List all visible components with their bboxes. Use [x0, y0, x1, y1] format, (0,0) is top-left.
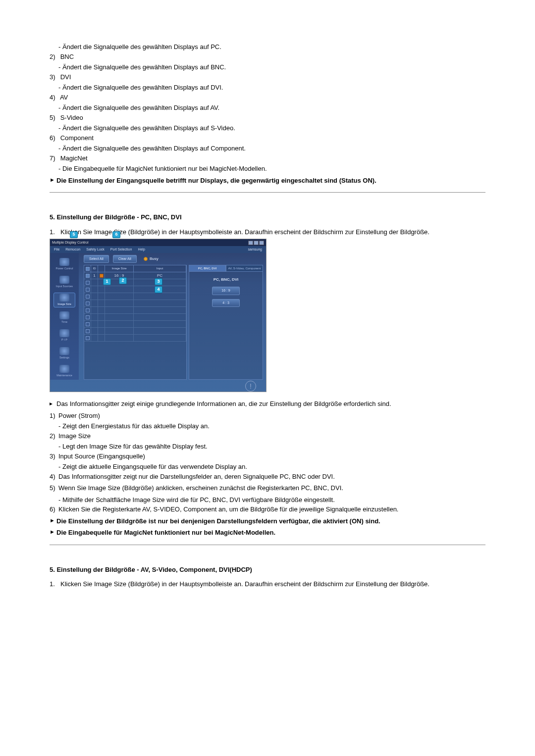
list-label: Das Informationsgitter zeigt nur die Dar… [58, 472, 485, 482]
magicnet-note: ► Die Eingabequelle für MagicNet funktio… [50, 528, 485, 538]
list-sub: - Ändert die Signalquelle des gewählten … [50, 144, 485, 153]
close-icon[interactable] [259, 241, 264, 245]
table-row[interactable]: 1 16 : 9 PC [84, 272, 186, 279]
checkbox-icon[interactable] [86, 267, 90, 271]
list-label: BNC [60, 53, 74, 60]
checkbox-icon[interactable] [86, 315, 90, 319]
list-number: 7) [50, 153, 58, 163]
arrow-icon: ▸ [50, 399, 56, 408]
grid-header: ID Image Size Input [84, 265, 186, 272]
toolbar: Select All Clear All Busy [79, 253, 266, 265]
list-label: Wenn Sie Image Size (Bildgröße) anklicke… [58, 483, 485, 493]
sidebar-item-pip[interactable]: P I P [54, 328, 75, 343]
note-text: Die Einstellung der Bildgröße ist nur be… [56, 516, 485, 526]
info-icon[interactable]: ! [245, 381, 256, 392]
wrench-icon [59, 365, 69, 373]
intro-text: Klicken Sie Image Size (Bildgröße) in de… [60, 227, 485, 237]
window-titlebar: Multiple Display Control [50, 239, 266, 246]
sidebar-item-input[interactable]: Input Sources [54, 275, 75, 290]
busy-indicator: Busy [144, 256, 159, 262]
list-sub: - Mithilfe der Schaltfläche Image Size w… [50, 495, 485, 505]
status-on-note: ► Die Einstellung der Eingangsquelle bet… [50, 176, 485, 186]
maximize-icon[interactable] [254, 241, 259, 245]
imagesize-icon [59, 294, 69, 302]
ratio-16-9-button[interactable]: 16 : 9 [212, 287, 240, 295]
bottom-bar: ! [50, 380, 266, 393]
note-text: Das Informationsgitter zeigt einige grun… [56, 399, 485, 409]
divider [50, 192, 485, 193]
menu-safetylock[interactable]: Safety Lock [86, 247, 105, 252]
checkbox-icon[interactable] [86, 329, 90, 333]
list-number: 4) [50, 93, 58, 102]
sidebar-item-settings[interactable]: Settings [54, 346, 75, 361]
clear-all-button[interactable]: Clear All [113, 255, 137, 263]
tab-av-svideo-component[interactable]: AV, S-Video, Component [226, 265, 263, 272]
menu-help[interactable]: Help [138, 247, 145, 252]
list-label: Power (Strom) [58, 412, 100, 419]
tab-pc-bnc-dvi[interactable]: PC, BNC, DVI [189, 265, 226, 272]
checkbox-icon[interactable] [86, 322, 90, 326]
list-label: AV [60, 94, 68, 101]
on-only-note: ► Die Einstellung der Bildgröße ist nur … [50, 516, 485, 526]
intro-paragraph: 1. Klicken Sie Image Size (Bildgröße) in… [50, 579, 485, 589]
menubar: File Remocon Safety Lock Port Selection … [50, 246, 266, 253]
section-title: 5. Einstellung der Bildgröße - AV, S-Vid… [50, 565, 485, 575]
list-item: 2) BNC [50, 52, 485, 62]
list-sub: - Zeigt den Energiestatus für das aktuel… [50, 421, 485, 431]
sidebar-item-time[interactable]: Time [54, 310, 75, 325]
info-grid: 1 2 3 4 ID Image Size Input 1 [84, 265, 187, 380]
menu-remocon[interactable]: Remocon [65, 247, 80, 252]
list-label: S-Video [60, 114, 83, 121]
list-label: DVI [60, 73, 71, 81]
grid-info-note: ▸ Das Informationsgitter zeigt einige gr… [50, 399, 485, 409]
callout-marker-4: 4 [155, 286, 162, 293]
checkbox-icon[interactable] [86, 302, 90, 305]
intro-text: Klicken Sie Image Size (Bildgröße) in de… [60, 579, 485, 589]
callout-marker-3: 3 [155, 278, 162, 285]
checkbox-icon[interactable] [86, 336, 90, 340]
intro-number: 1. [50, 579, 60, 589]
sidebar-item-maintenance[interactable]: Maintenance [54, 364, 75, 379]
list-number: 5) [50, 483, 58, 493]
checkbox-icon[interactable] [86, 308, 90, 312]
select-all-button[interactable]: Select All [84, 255, 109, 263]
divider [50, 545, 485, 545]
minimize-icon[interactable] [248, 241, 253, 245]
checkbox-icon[interactable] [86, 274, 90, 278]
checkbox-icon[interactable] [86, 288, 90, 292]
busy-dot-icon [144, 257, 148, 261]
header-imagesize: Image Size [105, 265, 134, 272]
list-sub: - Ändert die Signalquelle des gewählten … [50, 62, 485, 72]
list-item: 5) S-Video [50, 113, 485, 123]
menu-file[interactable]: File [54, 247, 59, 252]
list-sub: - Legt den Image Size für das gewählte D… [50, 442, 485, 452]
sidebar-item-power[interactable]: Power Control [54, 257, 75, 272]
list-number: 3) [50, 72, 58, 82]
window-title: Multiple Display Control [52, 240, 89, 246]
gear-icon [59, 347, 69, 355]
input-icon [59, 276, 69, 284]
list-label: Klicken Sie die Registerkarte AV, S-VIDE… [58, 504, 485, 514]
list-label: MagicNet [60, 154, 88, 162]
list-sub: - Ändert die Signalquelle des gewählten … [50, 103, 485, 113]
pip-icon [59, 329, 69, 337]
list-number: 4) [50, 472, 58, 482]
bullet-icon: ► [50, 176, 56, 185]
note-text: Die Einstellung der Eingangsquelle betri… [56, 176, 485, 186]
list-item: 7) MagicNet [50, 153, 485, 163]
list-number: 3) [50, 452, 58, 461]
list-sub: - Zeigt die aktuelle Eingangsquelle für … [50, 462, 485, 472]
ratio-4-3-button[interactable]: 4 : 3 [212, 299, 240, 307]
list-number: 6) [50, 133, 58, 143]
checkbox-icon[interactable] [86, 281, 90, 285]
checkbox-icon[interactable] [86, 295, 90, 299]
intro-number: 1. [50, 227, 60, 237]
status-icon [100, 274, 104, 278]
sidebar-item-imagesize[interactable]: Image Size [54, 293, 75, 307]
header-id: ID [91, 265, 98, 272]
list-item: 6) Component [50, 133, 485, 143]
menu-portselection[interactable]: Port Selection [110, 247, 132, 252]
list-label: Input Source (Eingangsquelle) [58, 453, 145, 460]
list-number: 1) [50, 411, 58, 421]
input-source-list: - Ändert die Signalquelle des gewählten … [50, 42, 485, 174]
